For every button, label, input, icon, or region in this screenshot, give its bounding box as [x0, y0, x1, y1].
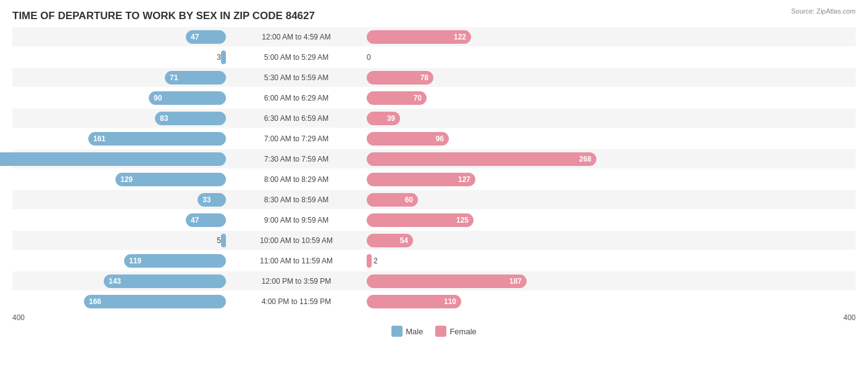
right-section: 60: [364, 193, 856, 207]
left-section: 71: [12, 71, 228, 85]
chart-area: 4712:00 AM to 4:59 AM12235:00 AM to 5:29…: [12, 27, 856, 311]
right-section: 110: [364, 295, 856, 308]
male-bar: 166: [84, 295, 226, 308]
legend-male-box: [391, 326, 403, 337]
male-bar: 90: [149, 91, 226, 105]
legend-female-box: [435, 326, 446, 337]
male-bar-container: 143: [12, 274, 226, 288]
table-row: 479:00 AM to 9:59 AM125: [12, 210, 856, 229]
male-bar-container: 47: [12, 30, 226, 44]
male-bar: 119: [124, 254, 226, 268]
table-row: 3287:30 AM to 7:59 AM268: [12, 149, 856, 168]
right-section: 187: [364, 274, 856, 288]
right-section: 268: [364, 152, 856, 166]
female-bar: 122: [367, 30, 471, 44]
male-bar-container: 5: [12, 234, 226, 247]
axis-right: 400: [364, 313, 856, 322]
legend-female: Female: [435, 326, 476, 337]
male-bar-container: 166: [12, 295, 226, 308]
female-bar: 54: [367, 234, 413, 247]
female-bar: 39: [367, 112, 400, 125]
male-bar-container: 161: [12, 132, 226, 146]
male-bar: 33: [198, 193, 226, 207]
time-label: 8:00 AM to 8:29 AM: [228, 175, 364, 184]
legend-female-label: Female: [449, 327, 476, 336]
left-section: 33: [12, 193, 228, 207]
left-section: 119: [12, 254, 228, 268]
male-bar: 71: [165, 71, 226, 85]
male-bar: 47: [186, 213, 226, 227]
legend-male-label: Male: [406, 327, 423, 336]
left-section: 83: [12, 112, 228, 125]
male-bar: 83: [155, 112, 226, 125]
male-bar-container: 90: [12, 91, 226, 105]
table-row: 338:30 AM to 8:59 AM60: [12, 190, 856, 209]
time-label: 5:00 AM to 5:29 AM: [228, 53, 364, 62]
table-row: 836:30 AM to 6:59 AM39: [12, 109, 856, 128]
time-label: 7:00 AM to 7:29 AM: [228, 134, 364, 143]
time-label: 12:00 AM to 4:59 AM: [228, 33, 364, 41]
axis-row: 400 400: [12, 313, 856, 322]
right-section: 2: [364, 254, 856, 268]
left-section: 90: [12, 91, 228, 105]
time-label: 4:00 PM to 11:59 PM: [228, 297, 364, 306]
right-section: 125: [364, 213, 856, 227]
male-bar-container: 3: [12, 51, 226, 64]
time-label: 6:00 AM to 6:29 AM: [228, 94, 364, 102]
right-section: 78: [364, 71, 856, 85]
time-label: 8:30 AM to 8:59 AM: [228, 196, 364, 204]
left-section: 47: [12, 213, 228, 227]
left-section: 143: [12, 274, 228, 288]
male-bar-container: 71: [12, 71, 226, 85]
left-section: 166: [12, 295, 228, 308]
female-bar: 127: [367, 173, 475, 186]
male-bar-container: 119: [12, 254, 226, 268]
male-bar: 143: [104, 274, 226, 288]
male-bar: 328: [0, 152, 226, 166]
right-section: 96: [364, 132, 856, 146]
female-bar: 60: [367, 193, 418, 207]
table-row: 906:00 AM to 6:29 AM70: [12, 88, 856, 107]
axis-left: 400: [12, 313, 228, 322]
left-section: 328: [12, 152, 228, 166]
male-bar: [221, 234, 226, 247]
table-row: 11911:00 AM to 11:59 AM2: [12, 251, 856, 270]
male-bar: [221, 51, 226, 64]
time-label: 7:30 AM to 7:59 AM: [228, 155, 364, 163]
table-row: 715:30 AM to 5:59 AM78: [12, 68, 856, 87]
female-bar: 96: [367, 132, 449, 146]
male-bar: 129: [115, 173, 226, 186]
male-bar: 47: [186, 30, 226, 44]
left-section: 47: [12, 30, 228, 44]
female-bar: 268: [367, 152, 596, 166]
table-row: 14312:00 PM to 3:59 PM187: [12, 271, 856, 291]
table-row: 1664:00 PM to 11:59 PM110: [12, 292, 856, 311]
left-section: 5: [12, 234, 228, 247]
legend: Male Female: [12, 326, 856, 337]
female-bar: 187: [367, 274, 527, 288]
male-bar-container: 129: [12, 173, 226, 186]
time-label: 10:00 AM to 10:59 AM: [228, 236, 364, 245]
table-row: 4712:00 AM to 4:59 AM122: [12, 27, 856, 46]
left-section: 161: [12, 132, 228, 146]
right-section: 54: [364, 234, 856, 247]
chart-title: TIME OF DEPARTURE TO WORK BY SEX IN ZIP …: [12, 10, 856, 22]
table-row: 510:00 AM to 10:59 AM54: [12, 231, 856, 250]
female-bar: [367, 254, 372, 268]
male-bar-container: 328: [0, 152, 226, 166]
left-section: 129: [12, 173, 228, 186]
male-bar-container: 83: [12, 112, 226, 125]
right-section: 0: [364, 53, 856, 62]
source-label: Source: ZipAtlas.com: [791, 7, 856, 15]
time-label: 9:00 AM to 9:59 AM: [228, 216, 364, 225]
female-bar: 78: [367, 71, 433, 85]
table-row: 1617:00 AM to 7:29 AM96: [12, 129, 856, 148]
right-section: 122: [364, 30, 856, 44]
time-label: 11:00 AM to 11:59 AM: [228, 257, 364, 265]
female-bar: 110: [367, 295, 461, 308]
time-label: 6:30 AM to 6:59 AM: [228, 114, 364, 123]
male-bar-container: 47: [12, 213, 226, 227]
right-section: 70: [364, 91, 856, 105]
right-section: 127: [364, 173, 856, 186]
female-bar: 125: [367, 213, 474, 227]
